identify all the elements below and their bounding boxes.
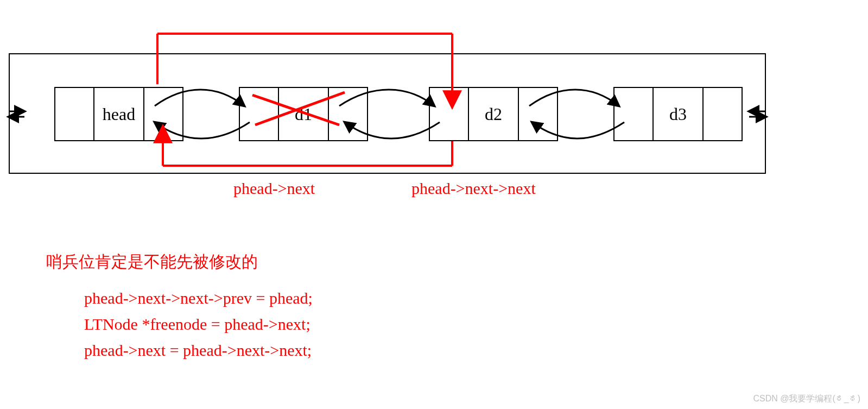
node-d2-label: d2: [469, 88, 519, 140]
node-head-next: [144, 88, 182, 140]
node-d3-label: d3: [654, 88, 704, 140]
node-head-prev: [55, 88, 94, 140]
watermark: CSDN @我要学编程(ಥ_ಥ): [753, 393, 860, 405]
code-line-2: LTNode *freenode = phead->next;: [84, 315, 311, 334]
node-d3-prev: [614, 88, 654, 140]
node-d3-next: [704, 88, 742, 140]
label-phead-next-next: phead->next->next: [411, 179, 536, 198]
node-d1-prev: [240, 88, 279, 140]
explanation-heading: 哨兵位肯定是不能先被修改的: [46, 251, 258, 273]
code-line-1: phead->next->next->prev = phead;: [84, 289, 313, 307]
node-head-label: head: [94, 88, 144, 140]
node-d2-prev: [430, 88, 469, 140]
node-d1-next: [329, 88, 367, 140]
code-line-3: phead->next = phead->next->next;: [84, 341, 312, 360]
node-d1-label: d1: [279, 88, 329, 140]
node-head: head: [54, 87, 183, 141]
node-d1: d1: [239, 87, 368, 141]
node-d2-next: [519, 88, 557, 140]
node-d2: d2: [429, 87, 558, 141]
label-phead-next: phead->next: [233, 179, 315, 198]
node-d3: d3: [613, 87, 743, 141]
